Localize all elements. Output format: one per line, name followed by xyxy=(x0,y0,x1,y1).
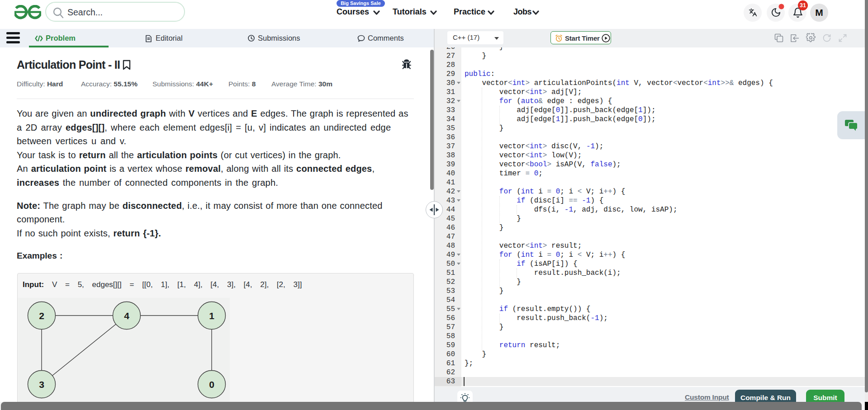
svg-text:4: 4 xyxy=(124,311,129,321)
svg-text:1: 1 xyxy=(209,311,214,321)
svg-text:0: 0 xyxy=(209,379,214,390)
svg-text:3: 3 xyxy=(39,379,44,390)
svg-text:2: 2 xyxy=(39,311,44,321)
